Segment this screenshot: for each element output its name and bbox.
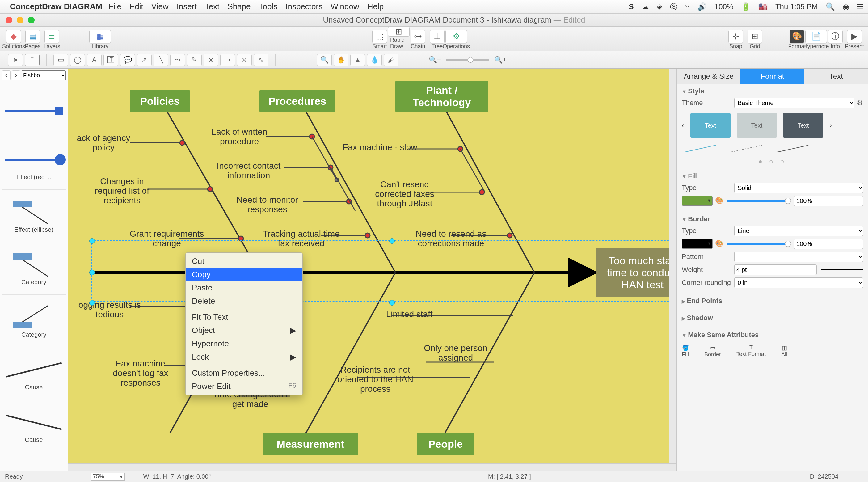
- tool-callout[interactable]: 💬: [120, 54, 135, 66]
- stencil-category-top[interactable]: Category: [2, 242, 66, 295]
- section-endpoints[interactable]: End Points: [677, 294, 868, 311]
- tool-curve[interactable]: ⤳: [170, 54, 185, 66]
- msa-fill[interactable]: 🪣Fill: [682, 344, 689, 358]
- tool-pan[interactable]: ✋: [334, 54, 348, 66]
- msa-all[interactable]: ◫All: [781, 344, 787, 358]
- tool-arrow[interactable]: ↗: [137, 54, 152, 66]
- zoom-slider[interactable]: [446, 59, 489, 61]
- flag-icon[interactable]: 🇺🇸: [758, 2, 768, 11]
- ctx-paste[interactable]: Paste: [186, 281, 302, 295]
- skype-icon[interactable]: Ⓢ: [670, 2, 677, 11]
- cloud-icon[interactable]: ☁: [642, 2, 649, 11]
- ctx-lock[interactable]: Lock▶: [186, 351, 302, 364]
- cause-label[interactable]: Limited staff: [377, 309, 442, 319]
- theme-select[interactable]: Basic Theme: [734, 98, 855, 108]
- tool-spline[interactable]: ∿: [254, 54, 269, 66]
- library-dropdown[interactable]: Fishbo...: [22, 70, 66, 80]
- cause-label[interactable]: Fax machine doesn't log fax responses: [102, 359, 179, 388]
- battery-icon[interactable]: 🔋: [741, 2, 750, 11]
- gear-icon[interactable]: ⚙: [857, 99, 863, 107]
- toolbar-smart[interactable]: ⬚Smart: [371, 28, 388, 50]
- cause-label[interactable]: Fax machine - slow: [337, 143, 423, 152]
- tab-format[interactable]: Format: [740, 69, 804, 84]
- corner-rounding-select[interactable]: 0 in: [734, 277, 863, 288]
- toolbar-snap[interactable]: ⊹Snap: [727, 28, 744, 50]
- spotlight-icon[interactable]: 🔍: [826, 2, 835, 11]
- tool-brush[interactable]: 🖌: [384, 54, 399, 66]
- zoom-out-button[interactable]: 🔍−: [428, 54, 442, 66]
- selection-handle[interactable]: [389, 300, 395, 306]
- zoom-level-select[interactable]: 75%▾: [91, 473, 125, 481]
- tool-pen[interactable]: ✎: [187, 54, 202, 66]
- menu-tools[interactable]: Tools: [259, 2, 278, 11]
- notification-center-icon[interactable]: ☰: [857, 2, 864, 11]
- stencil-effect-rect[interactable]: Effect (rec ...: [2, 137, 66, 190]
- border-weight-input[interactable]: [734, 265, 817, 275]
- border-opacity-slider[interactable]: [726, 243, 791, 245]
- cause-label[interactable]: Incorrect contact information: [210, 161, 287, 180]
- toolbar-rapid-draw[interactable]: ⊞Rapid Draw: [390, 28, 407, 50]
- toolbar-present[interactable]: ▶Present: [846, 28, 863, 50]
- zoom-in-button[interactable]: 🔍+: [493, 54, 508, 66]
- cause-label[interactable]: Lack of written procedure: [204, 127, 275, 146]
- cause-label[interactable]: Need to monitor responses: [228, 195, 306, 214]
- menu-text[interactable]: Text: [205, 2, 220, 11]
- ctx-cut[interactable]: Cut: [186, 254, 302, 268]
- theme-swatch-1[interactable]: Text: [690, 113, 731, 138]
- selection-handle[interactable]: [89, 300, 95, 306]
- toolbar-layers[interactable]: ≣Layers: [43, 28, 61, 50]
- theme-next-button[interactable]: ›: [829, 121, 832, 130]
- tool-pointer[interactable]: ➤: [8, 54, 23, 66]
- selection-handle[interactable]: [89, 238, 95, 244]
- category-policies[interactable]: Policies: [130, 90, 190, 112]
- msa-border[interactable]: ▭Border: [704, 344, 721, 358]
- library-next-button[interactable]: ›: [12, 70, 21, 80]
- toolbar-pages[interactable]: ▤Pages: [24, 28, 41, 50]
- toolbar-chain[interactable]: ⊶Chain: [409, 28, 427, 50]
- toolbar-solutions[interactable]: ◆Solutions: [5, 28, 22, 50]
- menu-edit[interactable]: Edit: [129, 2, 143, 11]
- tool-text[interactable]: A: [87, 54, 102, 66]
- border-color-swatch[interactable]: [682, 239, 713, 249]
- ctx-hypernote[interactable]: Hypernote: [186, 337, 302, 351]
- category-people[interactable]: People: [417, 433, 474, 455]
- wifi-icon[interactable]: ⌔: [685, 2, 689, 11]
- arrow-style-2[interactable]: [728, 143, 768, 155]
- cause-label[interactable]: Recipients are not oriented to the HAN p…: [331, 365, 420, 394]
- toolbar-info[interactable]: ⓘInfo: [827, 28, 844, 50]
- stencil-effect-rect-slider[interactable]: [2, 85, 66, 137]
- tool-stamp[interactable]: ▲: [350, 54, 365, 66]
- cause-label[interactable]: Only one person assigned: [423, 343, 488, 363]
- tool-zoom[interactable]: 🔍: [317, 54, 332, 66]
- category-plant[interactable]: Plant / Technology: [395, 81, 488, 112]
- menu-insert[interactable]: Insert: [177, 2, 197, 11]
- theme-swatch-3[interactable]: Text: [783, 113, 823, 138]
- theme-prev-button[interactable]: ‹: [682, 121, 684, 130]
- toolbar-library[interactable]: ▦Library: [91, 28, 109, 50]
- tool-ellipse[interactable]: ◯: [70, 54, 85, 66]
- theme-swatch-2[interactable]: Text: [737, 113, 777, 138]
- tool-connector[interactable]: ⇢: [220, 54, 235, 66]
- ctx-delete[interactable]: Delete: [186, 295, 302, 308]
- minimize-window-button[interactable]: [17, 17, 24, 24]
- ctx-copy[interactable]: Copy: [186, 268, 302, 281]
- tool-bezier[interactable]: ⤨: [204, 54, 218, 66]
- arrow-style-3[interactable]: [774, 143, 814, 155]
- fill-color-swatch[interactable]: [682, 196, 713, 206]
- section-shadow[interactable]: Shadow: [677, 311, 868, 328]
- category-measurement[interactable]: Measurement: [262, 433, 358, 455]
- menu-shape[interactable]: Shape: [227, 2, 250, 11]
- volume-icon[interactable]: 🔊: [698, 2, 707, 11]
- pager-dots[interactable]: ● ○ ○: [682, 158, 863, 165]
- selection-handle[interactable]: [389, 238, 395, 244]
- tab-text[interactable]: Text: [804, 69, 868, 84]
- status-letter-icon[interactable]: S: [629, 2, 633, 11]
- toolbar-grid[interactable]: ⊞Grid: [746, 28, 764, 50]
- border-opacity-input[interactable]: [794, 239, 863, 249]
- category-procedures[interactable]: Procedures: [259, 90, 335, 112]
- color-wheel-icon[interactable]: 🎨: [715, 197, 723, 205]
- drawing-canvas[interactable]: Policies Procedures Plant / Technology M…: [68, 69, 669, 463]
- border-pattern-select[interactable]: ────────: [734, 251, 863, 262]
- tool-eyedropper[interactable]: 💧: [367, 54, 382, 66]
- ctx-custom-properties[interactable]: Custom Properties...: [186, 366, 302, 380]
